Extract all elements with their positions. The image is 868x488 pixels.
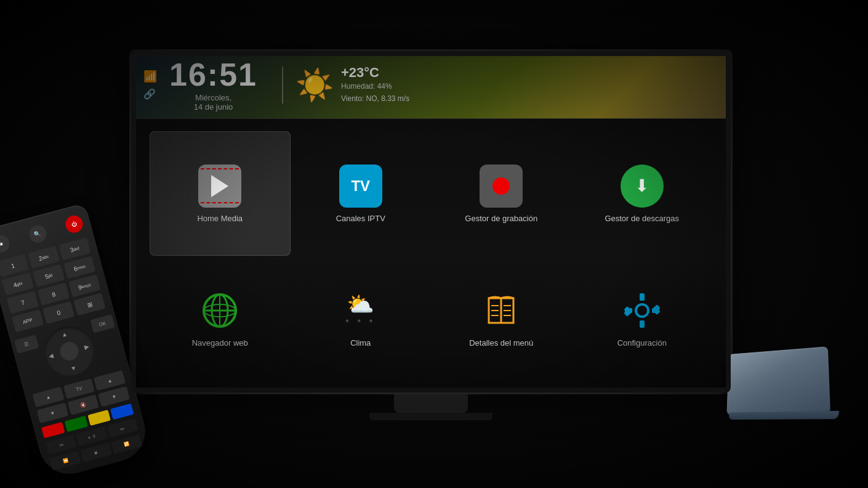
canales-iptv-label: Canales IPTV bbox=[336, 214, 385, 223]
snow-dots-icon: * * * bbox=[345, 317, 376, 327]
time-block: 16:51 Miércoles, 14 de junio bbox=[169, 59, 257, 112]
stop-btn[interactable]: ⏹ bbox=[80, 442, 112, 462]
hdd-side bbox=[728, 411, 839, 420]
loop-btn[interactable]: 🔁 bbox=[111, 434, 143, 454]
time-display: 16:51 bbox=[169, 59, 257, 91]
num-0[interactable]: 0 bbox=[42, 301, 74, 324]
status-icons: 📶 🔗 bbox=[143, 70, 157, 100]
tv-display: 📶 🔗 16:51 Miércoles, 14 de junio ☀️ +23°… bbox=[129, 49, 733, 431]
menu-item-canales-iptv[interactable]: TV Canales IPTV bbox=[291, 131, 432, 256]
globe-icon bbox=[201, 292, 238, 329]
menu-item-gestor-grabacion[interactable]: Gestor de grabación bbox=[431, 131, 572, 256]
header-divider bbox=[282, 67, 283, 104]
external-hdd bbox=[723, 349, 828, 414]
numpad: 1 2abc 3def 4ghi 5jkl 6mno 7 8 9wxyz APP… bbox=[0, 237, 105, 332]
app-button[interactable]: APP bbox=[12, 309, 44, 332]
svg-rect-12 bbox=[640, 293, 645, 301]
gestor-grabacion-label: Gestor de grabación bbox=[465, 214, 537, 223]
blue-button[interactable] bbox=[110, 404, 134, 420]
temperature-display: +23°C bbox=[341, 65, 409, 81]
network-icon: 🔗 bbox=[143, 88, 157, 100]
gear-icon bbox=[624, 292, 661, 329]
menu-item-configuracion[interactable]: Configuración bbox=[572, 256, 713, 380]
play-pause-btn[interactable]: ⏵⏸ bbox=[76, 426, 108, 446]
humidity-display: Humedad: 44% bbox=[341, 81, 409, 92]
menu-item-clima[interactable]: ⛅ * * * Clima bbox=[291, 256, 432, 380]
home-media-icon bbox=[198, 165, 241, 208]
home-media-label: Home Media bbox=[197, 214, 243, 223]
book-icon bbox=[483, 292, 520, 329]
recording-icon-wrapper bbox=[480, 165, 523, 208]
nav-down[interactable]: ▼ bbox=[70, 364, 77, 372]
browser-icon-wrapper bbox=[198, 289, 241, 332]
play-icon bbox=[211, 175, 228, 197]
detalles-menu-label: Detalles del menú bbox=[469, 338, 533, 348]
red-button[interactable] bbox=[41, 422, 65, 438]
tape-decoration-bottom bbox=[201, 202, 239, 204]
menu-details-icon-wrapper bbox=[480, 289, 523, 332]
downloads-icon-wrapper: ⬇ bbox=[621, 165, 664, 208]
tv-stand bbox=[394, 394, 468, 413]
prev-btn[interactable]: ⏮ bbox=[45, 435, 77, 455]
gestor-descargas-label: Gestor de descargas bbox=[605, 214, 679, 223]
menu-grid: Home Media TV Canales IPTV Gestor de gra… bbox=[131, 119, 731, 392]
menu-item-detalles-menu[interactable]: Detalles del menú bbox=[431, 256, 572, 380]
nav-left[interactable]: ◀ bbox=[48, 352, 55, 360]
tv-text-icon: TV bbox=[351, 177, 370, 195]
menu-item-gestor-descargas[interactable]: ⬇ Gestor de descargas bbox=[572, 131, 713, 256]
menu-item-navegador-web[interactable]: Navegador web bbox=[150, 256, 291, 380]
screen-header: 📶 🔗 16:51 Miércoles, 14 de junio ☀️ +23°… bbox=[131, 51, 731, 119]
tv-screen: 📶 🔗 16:51 Miércoles, 14 de junio ☀️ +23°… bbox=[131, 51, 731, 392]
clima-label: Clima bbox=[350, 338, 371, 348]
nav-ok[interactable] bbox=[58, 340, 81, 363]
power-button[interactable]: ⏻ bbox=[63, 214, 84, 235]
configuracion-label: Configuración bbox=[617, 338, 667, 348]
weather-block: ☀️ +23°C Humedad: 44% Viento: NO, 8.33 m… bbox=[295, 65, 409, 104]
grid-button[interactable]: ⊞ bbox=[73, 293, 105, 315]
ok-btn[interactable]: OK bbox=[90, 314, 115, 333]
star-button[interactable]: ★ bbox=[0, 234, 12, 254]
wifi-icon: 📶 bbox=[143, 70, 157, 83]
navegador-web-label: Navegador web bbox=[192, 338, 248, 348]
next-btn[interactable]: ⏭ bbox=[106, 418, 139, 438]
nav-up[interactable]: ▲ bbox=[60, 330, 68, 338]
hdd-body bbox=[726, 346, 830, 415]
svg-point-11 bbox=[636, 304, 648, 317]
tape-decoration-top bbox=[201, 168, 239, 170]
weather-icon-wrapper: ⛅ * * * bbox=[339, 289, 382, 332]
iptv-icon: TV bbox=[339, 165, 382, 208]
tv-screen-body: 📶 🔗 16:51 Miércoles, 14 de junio ☀️ +23°… bbox=[129, 49, 733, 394]
remote-bottom-buttons: ▲ TV ▲ ▼ 🔇 ▼ ⏮ ⏵⏸ ⏭ ⏪ ⏹ bbox=[33, 370, 143, 471]
sun-icon: ☀️ bbox=[295, 70, 334, 100]
record-dot-icon bbox=[492, 177, 510, 195]
d-pad[interactable]: ▲ ▼ ◀ ▶ bbox=[39, 321, 99, 381]
green-button[interactable] bbox=[64, 416, 87, 432]
tv-stand-base bbox=[369, 413, 492, 420]
download-arrow-icon: ⬇ bbox=[635, 176, 649, 196]
cloud-sun-icon: ⛅ bbox=[347, 293, 374, 315]
rewind-btn[interactable]: ⏪ bbox=[49, 451, 81, 471]
yellow-button[interactable] bbox=[87, 410, 111, 426]
menu-btn[interactable]: ☰ bbox=[14, 335, 38, 354]
config-icon-wrapper bbox=[621, 289, 664, 332]
svg-rect-13 bbox=[640, 320, 645, 328]
weather-details: +23°C Humedad: 44% Viento: NO, 8.33 m/s bbox=[341, 65, 409, 104]
search-button[interactable]: 🔍 bbox=[27, 224, 48, 245]
nav-right[interactable]: ▶ bbox=[84, 343, 90, 351]
wind-display: Viento: NO, 8.33 m/s bbox=[341, 93, 409, 105]
date-display: Miércoles, 14 de junio bbox=[194, 93, 233, 112]
menu-item-home-media[interactable]: Home Media bbox=[150, 131, 291, 256]
